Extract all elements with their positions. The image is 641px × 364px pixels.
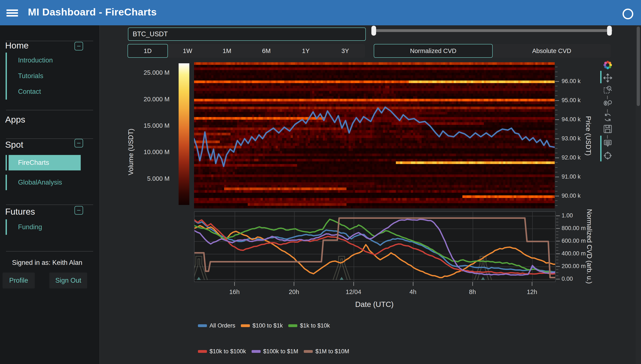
sidebar-item-globalanalysis[interactable]: GlobalAnalysis <box>6 175 81 190</box>
sidebar-item-funding[interactable]: Funding <box>6 219 81 235</box>
price-minor-tick <box>555 76 558 77</box>
price-minor-tick <box>555 200 558 201</box>
pan-icon[interactable] <box>603 74 612 82</box>
cvd-tick <box>556 279 560 280</box>
price-minor-tick <box>555 96 558 96</box>
x-tick-label: 16h <box>222 288 247 296</box>
cvd-tick <box>556 241 560 242</box>
plotly-logo-icon[interactable] <box>603 60 612 70</box>
collapse-section-button[interactable] <box>74 139 83 148</box>
timeframe-button-3y[interactable]: 3Y <box>326 44 365 58</box>
collapse-section-button[interactable] <box>74 206 83 214</box>
cvd-mode-button-absolute-cvd[interactable]: Absolute CVD <box>493 44 611 58</box>
cvd-tick-label: 200.00 m <box>562 263 586 270</box>
price-minor-tick <box>555 67 558 67</box>
price-minor-tick <box>555 186 558 187</box>
x-tick-label: 20h <box>281 288 307 296</box>
legend-swatch <box>252 350 260 353</box>
legend-item--1k-to-10k[interactable]: $1k to $10k <box>288 322 330 329</box>
cvd-tick <box>556 254 560 254</box>
sidebar-section-heading-spot: Spot <box>5 140 23 150</box>
cvd-minor-tick <box>556 276 558 276</box>
legend-item--100k-to-1m[interactable]: $100k to $1M <box>252 348 298 355</box>
zoom-in-out-icon[interactable] <box>603 99 612 108</box>
legend-label: $100k to $1M <box>263 348 298 355</box>
annotate-icon[interactable] <box>603 139 612 148</box>
x-tick <box>234 282 235 286</box>
price-tick <box>555 158 559 158</box>
legend-swatch <box>198 324 207 327</box>
save-icon[interactable] <box>603 124 612 134</box>
heatmap-chart[interactable] <box>194 62 555 208</box>
colorbar-tick-label: 15.000 M <box>138 122 170 129</box>
app-root: MI Dashboard - FireCharts HomeIntroducti… <box>0 0 641 364</box>
x-tick-label: 12/04 <box>341 288 366 296</box>
cvd-tick-label: 400.00 m <box>562 250 586 257</box>
collapse-section-button[interactable] <box>74 42 83 50</box>
symbol-input[interactable] <box>128 28 366 41</box>
sidebar-section-heading-home: Home <box>5 40 28 51</box>
sidebar-item-firecharts[interactable]: FireCharts <box>6 155 81 170</box>
cvd-tick <box>556 266 560 267</box>
cvd-minor-tick <box>556 225 558 225</box>
legend-item--100-to-1k[interactable]: $100 to $1k <box>241 322 283 329</box>
price-tick <box>555 100 559 101</box>
status-circle-icon[interactable] <box>622 8 633 19</box>
slider-handle-right[interactable] <box>607 26 612 36</box>
legend-label: $1M to $10M <box>315 348 349 355</box>
sidebar-item-label: Tutorials <box>8 72 43 80</box>
timeframe-button-1m[interactable]: 1M <box>207 44 247 58</box>
volume-colorbar <box>178 63 189 205</box>
price-minor-tick <box>555 134 558 134</box>
timeframe-button-6m[interactable]: 6M <box>247 44 286 58</box>
sidebar-item-contact[interactable]: Contact <box>6 84 81 100</box>
profile-button[interactable]: Profile <box>2 272 35 288</box>
slider-track[interactable] <box>372 29 612 32</box>
price-tick-label: 91.00 k <box>562 174 581 180</box>
sign-out-button[interactable]: Sign Out <box>49 272 87 288</box>
sidebar-item-label: Contact <box>8 88 41 96</box>
timeframe-button-1y[interactable]: 1Y <box>286 44 326 58</box>
reset-axes-icon[interactable] <box>603 113 612 122</box>
price-minor-tick <box>555 172 558 172</box>
modebar-active-indicator <box>600 71 602 83</box>
x-tick <box>413 282 414 286</box>
cvd-minor-tick <box>556 244 558 244</box>
hamburger-menu-icon[interactable] <box>6 10 18 17</box>
timeframe-button-group: 1D1W1M6M1Y3Y <box>128 44 365 58</box>
cvd-mode-toggle: Normalized CVDAbsolute CVD <box>374 44 611 58</box>
price-minor-tick <box>555 72 558 72</box>
time-range-slider[interactable] <box>372 26 612 36</box>
price-tick-label: 96.00 k <box>562 78 581 84</box>
crosshair-icon[interactable] <box>603 151 612 160</box>
cvd-mode-button-normalized-cvd[interactable]: Normalized CVD <box>374 44 493 58</box>
cvd-minor-tick <box>556 247 558 248</box>
cvd-minor-tick <box>556 250 558 251</box>
legend-item-all-orders[interactable]: All Orders <box>198 322 235 329</box>
price-minor-tick <box>555 153 558 153</box>
sidebar-item-introduction[interactable]: Introduction <box>6 52 81 68</box>
scrollbar-thumb[interactable] <box>637 26 640 106</box>
sidebar-item-tutorials[interactable]: Tutorials <box>6 68 81 84</box>
timeframe-button-1w[interactable]: 1W <box>168 44 207 58</box>
page-scrollbar[interactable] <box>636 25 641 364</box>
timeframe-button-1d[interactable]: 1D <box>128 44 168 58</box>
sidebar-section-heading-futures: Futures <box>5 207 35 217</box>
cvd-line-chart[interactable] <box>194 212 556 282</box>
legend-item--1m-to-10m[interactable]: $1M to $10M <box>304 348 349 355</box>
sidebar-item-label: Funding <box>8 223 42 231</box>
legend-label: $100 to $1k <box>252 322 283 329</box>
legend-label: $10k to $100k <box>210 348 246 355</box>
x-tick <box>532 282 532 286</box>
price-minor-tick <box>555 91 558 91</box>
legend-row-1: All Orders$100 to $1k$1k to $10k <box>198 322 330 329</box>
price-tick-label: 95.00 k <box>562 97 581 104</box>
legend-item--10k-to-100k[interactable]: $10k to $100k <box>198 348 246 355</box>
price-tick <box>555 177 559 177</box>
x-tick-label: 4h <box>400 288 426 296</box>
price-minor-tick <box>555 86 558 86</box>
slider-handle-left[interactable] <box>372 26 376 36</box>
colorbar-tick-label: 5.000 M <box>138 175 170 182</box>
zoom-box-icon[interactable] <box>603 86 612 94</box>
signed-in-text: Signed in as: Keith Alan <box>12 259 82 266</box>
